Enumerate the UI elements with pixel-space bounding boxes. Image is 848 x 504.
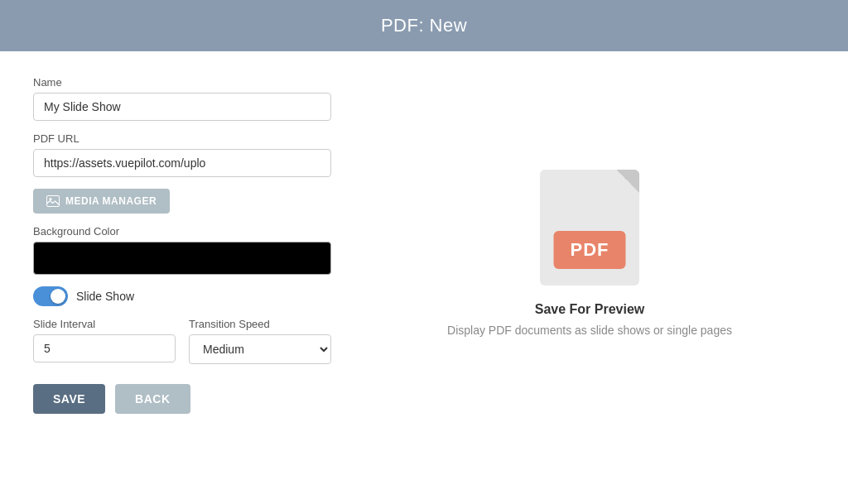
toggle-track: [33, 286, 68, 306]
image-icon: [46, 195, 60, 207]
transition-speed-select[interactable]: Slow Medium Fast: [189, 334, 331, 364]
interval-speed-row: Slide Interval Transition Speed Slow Med…: [33, 318, 331, 364]
back-button[interactable]: BACK: [115, 384, 190, 414]
slideshow-toggle[interactable]: [33, 286, 68, 306]
pdf-icon-container: PDF: [540, 170, 639, 286]
pdf-badge: PDF: [554, 231, 626, 269]
pdf-url-label: PDF URL: [33, 132, 331, 145]
pdf-url-field-group: PDF URL: [33, 132, 331, 177]
name-field-group: Name: [33, 76, 331, 121]
slide-interval-label: Slide Interval: [33, 318, 176, 330]
media-manager-button-wrapper: MEDIA MANAGER: [33, 189, 331, 214]
preview-description: Display PDF documents as slide shows or …: [447, 324, 732, 337]
action-buttons: SAVE BACK: [33, 384, 331, 414]
page-title: PDF: New: [381, 15, 467, 36]
bg-color-swatch[interactable]: [33, 242, 331, 275]
pdf-document-icon: PDF: [540, 170, 639, 286]
transition-speed-label: Transition Speed: [189, 318, 331, 330]
bg-color-label: Background Color: [33, 225, 331, 238]
preview-save-label: Save For Preview: [535, 302, 645, 317]
page-header: PDF: New: [0, 0, 848, 51]
media-manager-button[interactable]: MEDIA MANAGER: [33, 189, 170, 214]
slide-interval-field: Slide Interval: [33, 318, 176, 364]
media-manager-label: MEDIA MANAGER: [65, 195, 157, 207]
save-button[interactable]: SAVE: [33, 384, 105, 414]
transition-speed-field: Transition Speed Slow Medium Fast: [189, 318, 331, 364]
toggle-thumb: [51, 289, 65, 304]
slide-interval-input[interactable]: [33, 334, 176, 362]
preview-panel: PDF Save For Preview Display PDF documen…: [364, 76, 815, 414]
name-label: Name: [33, 76, 331, 89]
slideshow-label: Slide Show: [76, 290, 134, 303]
pdf-url-input[interactable]: [33, 149, 331, 177]
slideshow-toggle-row: Slide Show: [33, 286, 331, 306]
svg-point-1: [50, 198, 52, 200]
svg-rect-0: [47, 196, 60, 207]
bg-color-field-group: Background Color: [33, 225, 331, 275]
form-panel: Name PDF URL MEDIA MANAGER Background Co…: [33, 76, 331, 414]
name-input[interactable]: [33, 93, 331, 121]
